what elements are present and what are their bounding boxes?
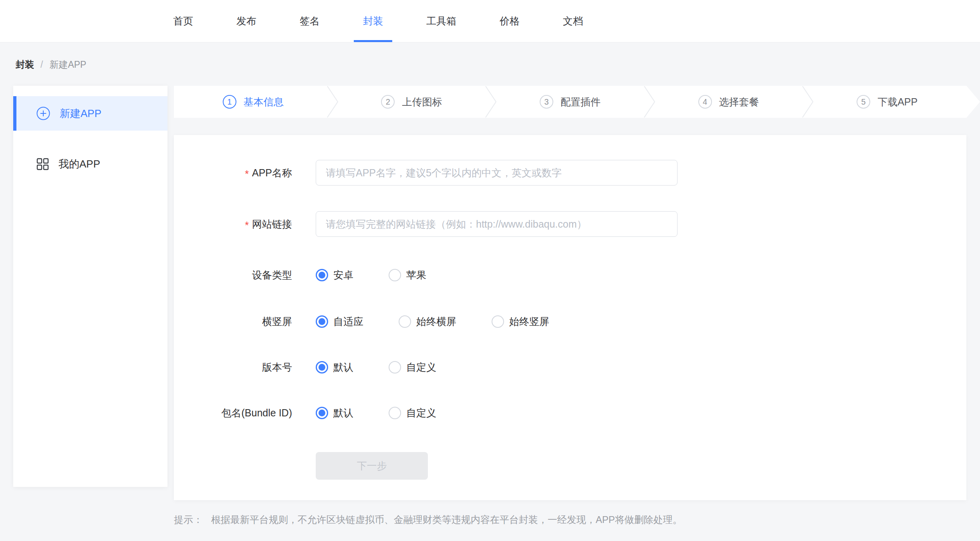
tip-text: 根据最新平台规则，不允许区块链虚拟币、金融理财类等违规内容在平台封装，一经发现，… <box>211 514 682 525</box>
step-4-select-plan: 4 选择套餐 <box>649 86 808 118</box>
sidebar-item-label: 我的APP <box>58 157 100 171</box>
radio-button[interactable] <box>316 407 328 419</box>
nav-item-toolbox[interactable]: 工具箱 <box>426 0 456 42</box>
nav-item-docs[interactable]: 文档 <box>563 0 583 42</box>
radio-button[interactable] <box>316 269 328 281</box>
radio-button[interactable] <box>389 361 401 373</box>
radio-option-android[interactable]: 安卓 <box>316 268 353 282</box>
step-wizard: 1 基本信息 2 上传图标 3 配置插件 4 选择套餐 5 下载APP <box>174 86 966 118</box>
basic-info-form: * APP名称 * 网站链接 设备类型 安卓 苹果 <box>174 135 966 500</box>
radio-button[interactable] <box>389 407 401 419</box>
radio-option-landscape[interactable]: 始终横屏 <box>399 315 456 328</box>
device-type-radio-group: 安卓 苹果 <box>316 268 426 282</box>
form-row-version: 版本号 默认 自定义 <box>174 354 966 380</box>
radio-label: 安卓 <box>333 268 353 282</box>
required-mark: * <box>245 167 249 179</box>
version-radio-group: 默认 自定义 <box>316 361 436 374</box>
main-nav: 首页 发布 签名 封装 工具箱 价格 文档 <box>0 0 980 42</box>
sidebar-item-new-app[interactable]: 新建APP <box>13 96 167 131</box>
radio-option-default-version[interactable]: 默认 <box>316 361 353 374</box>
step-label: 上传图标 <box>402 95 442 109</box>
breadcrumb-current-page: 新建APP <box>49 59 86 71</box>
app-name-input[interactable] <box>316 160 678 186</box>
top-header: 首页 发布 签名 封装 工具箱 价格 文档 <box>0 0 980 42</box>
radio-button[interactable] <box>389 269 401 281</box>
field-label: 版本号 <box>174 361 292 374</box>
radio-option-portrait[interactable]: 始终竖屏 <box>492 315 549 328</box>
sidebar: 新建APP 我的APP <box>13 86 167 487</box>
website-url-input[interactable] <box>316 211 678 237</box>
step-label: 选择套餐 <box>719 95 759 109</box>
radio-option-custom-version[interactable]: 自定义 <box>389 361 436 374</box>
radio-button[interactable] <box>316 361 328 373</box>
field-label: * APP名称 <box>174 166 292 180</box>
orientation-radio-group: 自适应 始终横屏 始终竖屏 <box>316 315 549 328</box>
radio-option-custom-bundle[interactable]: 自定义 <box>389 406 436 420</box>
step-number-badge: 2 <box>381 95 395 109</box>
step-separator-chevron-icon <box>802 86 814 118</box>
radio-label: 默认 <box>333 406 353 420</box>
step-separator-chevron-icon <box>643 86 655 118</box>
field-label: 设备类型 <box>174 268 292 282</box>
platform-rules-tip: 提示： 根据最新平台规则，不允许区块链虚拟币、金融理财类等违规内容在平台封装，一… <box>174 513 682 526</box>
nav-item-home[interactable]: 首页 <box>173 0 193 42</box>
tip-prefix: 提示： <box>174 514 203 525</box>
radio-label: 苹果 <box>406 268 426 282</box>
breadcrumb-separator: / <box>40 59 43 70</box>
breadcrumb: 封装 / 新建APP <box>16 59 86 71</box>
step-1-basic-info: 1 基本信息 <box>174 86 333 118</box>
grid-icon <box>36 158 49 170</box>
step-label: 配置插件 <box>561 95 601 109</box>
form-row-orientation: 横竖屏 自适应 始终横屏 始终竖屏 <box>174 309 966 334</box>
next-step-button[interactable]: 下一步 <box>316 452 428 480</box>
nav-item-package[interactable]: 封装 <box>363 0 383 42</box>
nav-item-publish[interactable]: 发布 <box>236 0 256 42</box>
radio-option-adaptive[interactable]: 自适应 <box>316 315 363 328</box>
radio-label: 始终竖屏 <box>509 315 549 328</box>
radio-label: 默认 <box>333 361 353 374</box>
form-row-device-type: 设备类型 安卓 苹果 <box>174 262 966 288</box>
radio-label: 始终横屏 <box>416 315 456 328</box>
sidebar-item-my-apps[interactable]: 我的APP <box>13 147 167 181</box>
radio-button[interactable] <box>399 315 411 328</box>
wizard-arrow-tip <box>966 86 980 118</box>
step-number-badge: 3 <box>540 95 553 109</box>
bundle-id-radio-group: 默认 自定义 <box>316 406 436 420</box>
step-3-configure-plugins: 3 配置插件 <box>491 86 649 118</box>
plus-circle-icon <box>36 107 50 120</box>
sidebar-item-label: 新建APP <box>60 107 101 121</box>
radio-button[interactable] <box>316 315 328 328</box>
step-number-badge: 1 <box>223 95 236 109</box>
form-row-bundle-id: 包名(Bundle ID) 默认 自定义 <box>174 400 966 426</box>
breadcrumb-section[interactable]: 封装 <box>16 59 34 71</box>
step-label: 下载APP <box>877 95 917 109</box>
step-number-badge: 5 <box>857 95 870 109</box>
nav-item-price[interactable]: 价格 <box>500 0 520 42</box>
step-label: 基本信息 <box>244 95 284 109</box>
step-number-badge: 4 <box>698 95 712 109</box>
field-label: 横竖屏 <box>174 315 292 328</box>
step-separator-chevron-icon <box>327 86 339 118</box>
radio-label: 自适应 <box>333 315 363 328</box>
required-mark: * <box>245 218 249 230</box>
radio-option-default-bundle[interactable]: 默认 <box>316 406 353 420</box>
field-label: 包名(Bundle ID) <box>174 406 292 420</box>
step-2-upload-icon: 2 上传图标 <box>333 86 491 118</box>
form-row-app-name: * APP名称 <box>174 160 966 186</box>
field-label: * 网站链接 <box>174 218 292 231</box>
step-separator-chevron-icon <box>485 86 497 118</box>
nav-item-sign[interactable]: 签名 <box>300 0 320 42</box>
step-5-download-app: 5 下载APP <box>808 86 966 118</box>
radio-option-ios[interactable]: 苹果 <box>389 268 426 282</box>
radio-label: 自定义 <box>406 361 436 374</box>
radio-button[interactable] <box>492 315 504 328</box>
radio-label: 自定义 <box>406 406 436 420</box>
form-row-website-url: * 网站链接 <box>174 211 966 237</box>
